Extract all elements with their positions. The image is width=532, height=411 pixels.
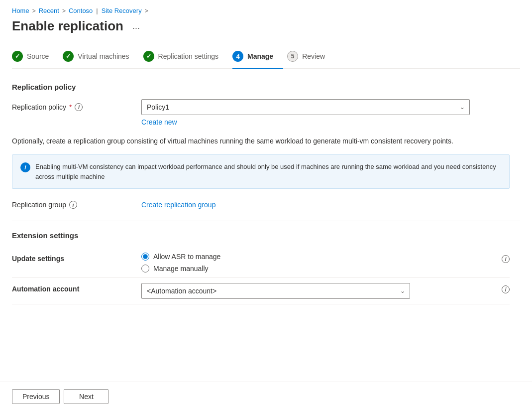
update-settings-row: Update settings Allow ASR to manage Mana… (12, 248, 510, 278)
replication-policy-row: Replication policy * i Policy1 Policy2 P… (12, 99, 520, 126)
manage-manually-label: Manage manually (153, 265, 209, 273)
replication-policy-dropdown-wrapper: Policy1 Policy2 Policy3 ⌄ (141, 99, 470, 115)
divider-1 (12, 221, 520, 221)
breadcrumb-pipe: | (96, 7, 98, 14)
allow-asr-radio[interactable] (141, 253, 149, 261)
wizard-step-manage[interactable]: 4 Manage (232, 46, 283, 68)
optional-info-text: Optionally, create a replication group c… (12, 136, 500, 146)
info-banner-icon: i (20, 162, 30, 172)
breadcrumb-home[interactable]: Home (12, 7, 29, 14)
create-new-link[interactable]: Create new (141, 118, 177, 126)
step-label-manage: Manage (247, 52, 273, 60)
wizard-step-review[interactable]: 5 Review (287, 46, 335, 68)
manage-manually-option[interactable]: Manage manually (141, 265, 497, 273)
step-icon-source: ✓ (12, 51, 23, 62)
automation-account-label: Automation account (12, 283, 141, 293)
automation-account-row: Automation account <Automation account> … (12, 278, 510, 304)
info-banner-message: Enabling multi-VM consistency can impact… (35, 162, 501, 181)
step-label-rep-settings: Replication settings (158, 52, 218, 60)
update-settings-label: Update settings (12, 253, 141, 263)
ellipsis-button[interactable]: ... (128, 19, 144, 33)
wizard-step-source[interactable]: ✓ Source (12, 46, 59, 68)
step-label-vms: Virtual machines (78, 52, 129, 60)
replication-policy-section-title: Replication policy (12, 83, 520, 91)
step-icon-vms: ✓ (63, 51, 74, 62)
automation-account-control: <Automation account> ⌄ (141, 283, 497, 299)
extension-settings-title: Extension settings (12, 231, 520, 240)
step-label-review: Review (302, 52, 325, 60)
automation-account-dropdown-wrapper: <Automation account> ⌄ (141, 283, 410, 299)
required-star: * (69, 103, 72, 111)
info-banner: i Enabling multi-VM consistency can impa… (12, 154, 510, 189)
page-footer: Previous Next (0, 382, 532, 411)
replication-policy-control: Policy1 Policy2 Policy3 ⌄ Create new (141, 99, 520, 126)
extension-settings-table: Update settings Allow ASR to manage Mana… (12, 248, 510, 304)
replication-group-info-icon[interactable]: i (69, 201, 77, 209)
manage-manually-radio[interactable] (141, 265, 149, 273)
update-settings-info-icon[interactable]: i (502, 255, 510, 263)
replication-policy-info-icon[interactable]: i (75, 103, 83, 111)
step-icon-review: 5 (287, 51, 298, 62)
breadcrumb-recent[interactable]: Recent (39, 7, 59, 14)
replication-policy-dropdown[interactable]: Policy1 Policy2 Policy3 (141, 99, 470, 115)
automation-account-dropdown[interactable]: <Automation account> (141, 283, 410, 299)
next-button[interactable]: Next (64, 389, 108, 404)
create-replication-group-link[interactable]: Create replication group (141, 201, 215, 209)
replication-group-label: Replication group i (12, 201, 141, 209)
allow-asr-label: Allow ASR to manage (153, 253, 220, 261)
update-settings-options: Allow ASR to manage Manage manually (141, 253, 497, 273)
step-icon-rep-settings: ✓ (143, 51, 154, 62)
breadcrumb-contoso[interactable]: Contoso (69, 7, 93, 14)
automation-account-info-icon[interactable]: i (502, 285, 510, 293)
replication-policy-label: Replication policy * i (12, 99, 141, 111)
page-title: Enable replication (12, 18, 123, 34)
wizard-steps: ✓ Source ✓ Virtual machines ✓ Replicatio… (12, 46, 520, 69)
replication-group-row: Replication group i Create replication g… (12, 201, 520, 209)
previous-button[interactable]: Previous (12, 389, 60, 404)
breadcrumb-sep-1: > (32, 7, 36, 14)
breadcrumb-sep-3: > (145, 7, 148, 14)
wizard-step-virtual-machines[interactable]: ✓ Virtual machines (63, 46, 139, 68)
breadcrumb: Home > Recent > Contoso | Site Recovery … (12, 0, 520, 18)
step-icon-manage: 4 (232, 51, 243, 62)
allow-asr-option[interactable]: Allow ASR to manage (141, 253, 497, 261)
wizard-step-replication-settings[interactable]: ✓ Replication settings (143, 46, 228, 68)
breadcrumb-sep-2: > (62, 7, 66, 14)
breadcrumb-site-recovery[interactable]: Site Recovery (102, 7, 142, 14)
step-label-source: Source (27, 52, 49, 60)
